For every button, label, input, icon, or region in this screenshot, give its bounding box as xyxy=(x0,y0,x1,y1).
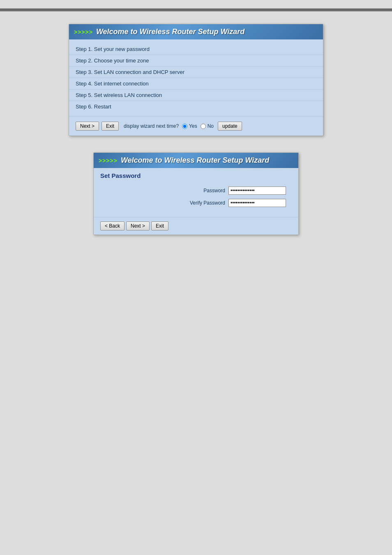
update-button[interactable]: update xyxy=(218,122,242,131)
wizard-1-title: Welcome to Wireless Router Setup Wizard xyxy=(96,28,244,36)
back-button-2[interactable]: < Back xyxy=(100,221,125,230)
wizard-step-3: Step 3. Set LAN connection and DHCP serv… xyxy=(69,67,323,78)
wizard-2-footer: < Back Next > Exit xyxy=(94,217,298,235)
wizard-step-1: Step 1. Set your new password xyxy=(69,44,323,55)
wizard-2-header: >>>>> Welcome to Wireless Router Setup W… xyxy=(94,153,298,168)
page-wrapper: >>>>> Welcome to Wireless Router Setup W… xyxy=(0,0,392,555)
wizard-step-6: Step 6. Restart xyxy=(69,101,323,112)
top-divider xyxy=(0,8,392,12)
wizard-1-header: >>>>> Welcome to Wireless Router Setup W… xyxy=(69,24,323,39)
next-button-2[interactable]: Next > xyxy=(126,221,150,230)
no-radio[interactable] xyxy=(201,124,206,129)
set-password-title: Set Password xyxy=(94,168,298,181)
wizard-step-2: Step 2. Choose your time zone xyxy=(69,55,323,67)
verify-password-label: Verify Password xyxy=(180,200,225,206)
verify-password-row: Verify Password xyxy=(106,199,286,207)
wizard-steps-list: Step 1. Set your new password Step 2. Ch… xyxy=(69,39,323,116)
wizard-panel-2: >>>>> Welcome to Wireless Router Setup W… xyxy=(93,152,299,235)
password-row: Password xyxy=(106,187,286,195)
wizard-step-4: Step 4. Set internet connection xyxy=(69,78,323,90)
header-arrows-2: >>>>> xyxy=(99,157,118,164)
header-arrows-1: >>>>> xyxy=(74,29,93,35)
verify-password-input[interactable] xyxy=(228,199,286,207)
yes-label: Yes xyxy=(189,123,197,129)
no-label: No xyxy=(208,123,214,129)
wizard-step-5: Step 5. Set wireless LAN connection xyxy=(69,90,323,101)
password-form: Password Verify Password xyxy=(94,181,298,217)
password-label: Password xyxy=(180,188,225,193)
wizard-panel-1: >>>>> Welcome to Wireless Router Setup W… xyxy=(69,24,323,136)
yes-radio-group: Yes xyxy=(182,123,197,129)
exit-button-1[interactable]: Exit xyxy=(101,122,119,131)
wizard-1-footer: Next > Exit display wizard next time? Ye… xyxy=(69,116,323,136)
yes-radio[interactable] xyxy=(182,124,187,129)
exit-button-2[interactable]: Exit xyxy=(151,221,168,230)
display-wizard-text: display wizard next time? xyxy=(124,123,179,129)
no-radio-group: No xyxy=(201,123,214,129)
next-button-1[interactable]: Next > xyxy=(76,122,99,131)
password-input[interactable] xyxy=(228,187,286,195)
wizard-2-title: Welcome to Wireless Router Setup Wizard xyxy=(121,156,269,165)
